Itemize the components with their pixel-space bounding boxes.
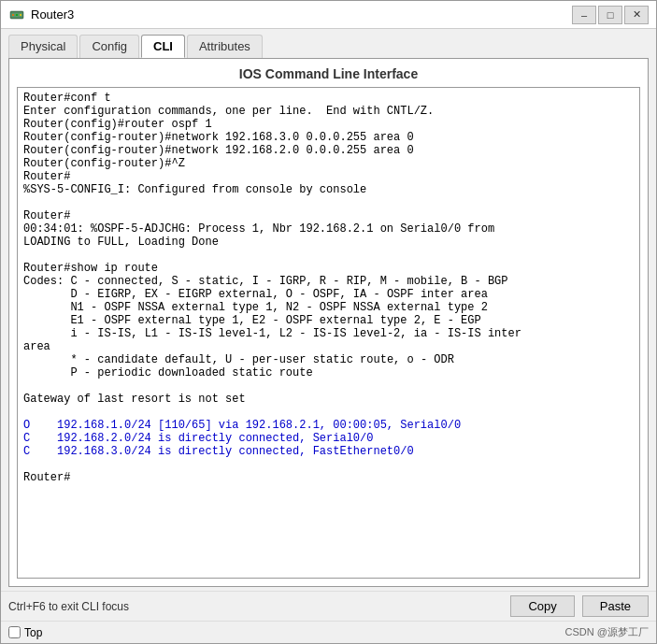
copy-button[interactable]: Copy — [510, 595, 574, 617]
svg-point-3 — [16, 14, 18, 16]
paste-button[interactable]: Paste — [582, 595, 649, 617]
cli-hint: Ctrl+F6 to exit CLI focus — [8, 600, 503, 613]
top-label: Top — [24, 626, 42, 639]
tab-cli[interactable]: CLI — [141, 35, 185, 58]
cli-terminal[interactable]: Router#conf t Enter configuration comman… — [17, 87, 640, 579]
tab-physical[interactable]: Physical — [8, 35, 78, 58]
tab-config[interactable]: Config — [79, 35, 139, 58]
svg-point-4 — [20, 14, 21, 16]
window-title: Router3 — [31, 7, 572, 21]
tab-attributes[interactable]: Attributes — [187, 35, 263, 58]
cli-header: IOS Command Line Interface — [17, 66, 640, 81]
top-checkbox[interactable] — [8, 626, 21, 638]
tab-bar: Physical Config CLI Attributes — [1, 29, 656, 58]
bottom-bar: Ctrl+F6 to exit CLI focus Copy Paste — [1, 591, 656, 621]
top-checkbox-label[interactable]: Top — [8, 626, 42, 639]
main-window: Router3 – □ ✕ Physical Config CLI Attrib… — [0, 0, 657, 644]
content-area: IOS Command Line Interface Router#conf t… — [8, 58, 649, 587]
title-bar: Router3 – □ ✕ — [1, 1, 656, 29]
window-controls: – □ ✕ — [572, 6, 649, 24]
svg-point-2 — [12, 14, 14, 16]
minimize-button[interactable]: – — [572, 6, 596, 24]
footer-bar: Top CSDN @源梦工厂 — [1, 621, 656, 643]
footer-left: Top — [8, 626, 42, 639]
close-button[interactable]: ✕ — [624, 6, 649, 24]
watermark: CSDN @源梦工厂 — [565, 625, 649, 639]
app-icon — [8, 7, 25, 23]
maximize-button[interactable]: □ — [598, 6, 622, 24]
